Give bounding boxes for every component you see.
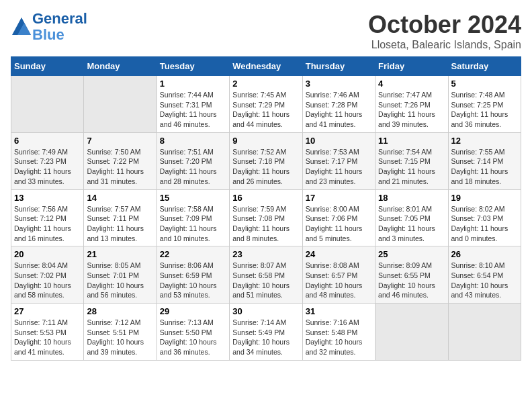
calendar-week-row: 13Sunrise: 7:56 AMSunset: 7:12 PMDayligh… bbox=[11, 189, 521, 246]
sunrise-label: Sunrise: 7:13 AM bbox=[160, 318, 214, 326]
sunrise-label: Sunrise: 7:54 AM bbox=[378, 148, 432, 156]
daylight-label: Daylight: 10 hours and 56 minutes. bbox=[87, 281, 144, 300]
day-info: Sunrise: 7:58 AMSunset: 7:09 PMDaylight:… bbox=[160, 204, 226, 244]
day-info: Sunrise: 7:12 AMSunset: 5:51 PMDaylight:… bbox=[87, 318, 153, 357]
sunrise-label: Sunrise: 7:49 AM bbox=[14, 148, 68, 156]
day-number: 18 bbox=[378, 193, 445, 203]
daylight-label: Daylight: 10 hours and 34 minutes. bbox=[232, 338, 290, 356]
sunset-label: Sunset: 7:22 PM bbox=[87, 157, 139, 165]
day-number: 5 bbox=[451, 79, 518, 89]
calendar-cell: 11Sunrise: 7:54 AMSunset: 7:15 PMDayligh… bbox=[375, 132, 448, 189]
col-saturday: Saturday bbox=[448, 57, 521, 76]
calendar-cell: 27Sunrise: 7:11 AMSunset: 5:53 PMDayligh… bbox=[11, 304, 84, 361]
calendar-cell: 5Sunrise: 7:48 AMSunset: 7:25 PMDaylight… bbox=[448, 76, 521, 133]
sunset-label: Sunset: 7:18 PM bbox=[232, 157, 285, 165]
sunset-label: Sunset: 7:11 PM bbox=[87, 214, 139, 222]
day-number: 8 bbox=[160, 136, 226, 146]
logo: GeneralBlue bbox=[11, 11, 87, 43]
daylight-label: Daylight: 10 hours and 46 minutes. bbox=[378, 281, 435, 300]
sunset-label: Sunset: 7:12 PM bbox=[14, 214, 66, 222]
sunset-label: Sunset: 5:49 PM bbox=[232, 328, 285, 336]
daylight-label: Daylight: 10 hours and 39 minutes. bbox=[87, 338, 144, 356]
day-number: 29 bbox=[160, 306, 226, 316]
calendar-cell: 9Sunrise: 7:52 AMSunset: 7:18 PMDaylight… bbox=[230, 132, 302, 189]
sunrise-label: Sunrise: 7:46 AM bbox=[306, 91, 359, 99]
daylight-label: Daylight: 11 hours and 8 minutes. bbox=[232, 224, 290, 242]
calendar-cell bbox=[448, 304, 521, 361]
sunrise-label: Sunrise: 7:11 AM bbox=[14, 318, 68, 326]
col-thursday: Thursday bbox=[302, 57, 375, 76]
day-number: 16 bbox=[232, 193, 299, 203]
calendar-cell: 17Sunrise: 8:00 AMSunset: 7:06 PMDayligh… bbox=[302, 189, 375, 246]
daylight-label: Daylight: 11 hours and 16 minutes. bbox=[14, 224, 71, 242]
day-number: 25 bbox=[378, 249, 445, 259]
day-number: 31 bbox=[306, 306, 372, 316]
day-info: Sunrise: 8:05 AMSunset: 7:01 PMDaylight:… bbox=[87, 261, 153, 300]
daylight-label: Daylight: 10 hours and 43 minutes. bbox=[451, 281, 508, 300]
day-number: 1 bbox=[160, 79, 226, 89]
day-info: Sunrise: 7:57 AMSunset: 7:11 PMDaylight:… bbox=[87, 204, 153, 244]
title-block: October 2024 Lloseta, Balearic Islands, … bbox=[368, 11, 521, 51]
day-number: 7 bbox=[87, 136, 153, 146]
col-wednesday: Wednesday bbox=[230, 57, 302, 76]
sunrise-label: Sunrise: 8:08 AM bbox=[306, 261, 359, 269]
calendar-cell: 12Sunrise: 7:55 AMSunset: 7:14 PMDayligh… bbox=[448, 132, 521, 189]
sunrise-label: Sunrise: 8:07 AM bbox=[232, 261, 286, 269]
sunset-label: Sunset: 7:29 PM bbox=[232, 101, 285, 109]
daylight-label: Daylight: 11 hours and 0 minutes. bbox=[451, 224, 508, 242]
sunrise-label: Sunrise: 7:58 AM bbox=[160, 205, 214, 213]
day-info: Sunrise: 8:01 AMSunset: 7:05 PMDaylight:… bbox=[378, 204, 445, 244]
day-info: Sunrise: 7:54 AMSunset: 7:15 PMDaylight:… bbox=[378, 147, 445, 187]
calendar-cell: 8Sunrise: 7:51 AMSunset: 7:20 PMDaylight… bbox=[157, 132, 229, 189]
sunset-label: Sunset: 7:17 PM bbox=[306, 157, 358, 165]
sunrise-label: Sunrise: 7:53 AM bbox=[306, 148, 359, 156]
calendar-cell: 1Sunrise: 7:44 AMSunset: 7:31 PMDaylight… bbox=[157, 76, 229, 133]
daylight-label: Daylight: 11 hours and 23 minutes. bbox=[306, 167, 363, 185]
sunrise-label: Sunrise: 7:55 AM bbox=[451, 148, 505, 156]
day-number: 20 bbox=[14, 249, 81, 259]
day-number: 14 bbox=[87, 193, 153, 203]
daylight-label: Daylight: 11 hours and 5 minutes. bbox=[306, 224, 363, 242]
day-info: Sunrise: 7:50 AMSunset: 7:22 PMDaylight:… bbox=[87, 147, 153, 187]
calendar-cell: 13Sunrise: 7:56 AMSunset: 7:12 PMDayligh… bbox=[11, 189, 84, 246]
calendar-cell: 10Sunrise: 7:53 AMSunset: 7:17 PMDayligh… bbox=[302, 132, 375, 189]
calendar-cell: 30Sunrise: 7:14 AMSunset: 5:49 PMDayligh… bbox=[230, 304, 302, 361]
day-info: Sunrise: 7:56 AMSunset: 7:12 PMDaylight:… bbox=[14, 204, 81, 244]
daylight-label: Daylight: 10 hours and 41 minutes. bbox=[14, 338, 71, 356]
daylight-label: Daylight: 10 hours and 48 minutes. bbox=[306, 281, 363, 300]
sunset-label: Sunset: 7:26 PM bbox=[378, 101, 431, 109]
daylight-label: Daylight: 10 hours and 58 minutes. bbox=[14, 281, 71, 300]
calendar-table: Sunday Monday Tuesday Wednesday Thursday… bbox=[11, 56, 521, 361]
day-info: Sunrise: 8:06 AMSunset: 6:59 PMDaylight:… bbox=[160, 261, 226, 300]
day-number: 23 bbox=[232, 249, 299, 259]
location-title: Lloseta, Balearic Islands, Spain bbox=[368, 39, 521, 51]
daylight-label: Daylight: 11 hours and 46 minutes. bbox=[160, 110, 217, 128]
day-info: Sunrise: 7:49 AMSunset: 7:23 PMDaylight:… bbox=[14, 147, 81, 187]
col-sunday: Sunday bbox=[11, 57, 84, 76]
daylight-label: Daylight: 11 hours and 18 minutes. bbox=[451, 167, 508, 185]
sunrise-label: Sunrise: 8:04 AM bbox=[14, 261, 68, 269]
sunset-label: Sunset: 7:31 PM bbox=[160, 101, 212, 109]
calendar-cell: 31Sunrise: 7:16 AMSunset: 5:48 PMDayligh… bbox=[302, 304, 375, 361]
days-of-week-row: Sunday Monday Tuesday Wednesday Thursday… bbox=[11, 57, 521, 76]
day-info: Sunrise: 8:08 AMSunset: 6:57 PMDaylight:… bbox=[306, 261, 372, 300]
sunset-label: Sunset: 7:25 PM bbox=[451, 101, 504, 109]
sunrise-label: Sunrise: 7:45 AM bbox=[232, 91, 286, 99]
sunset-label: Sunset: 7:14 PM bbox=[451, 157, 504, 165]
day-info: Sunrise: 8:07 AMSunset: 6:58 PMDaylight:… bbox=[232, 261, 299, 300]
col-monday: Monday bbox=[84, 57, 157, 76]
calendar-cell: 25Sunrise: 8:09 AMSunset: 6:55 PMDayligh… bbox=[375, 246, 448, 304]
day-number: 30 bbox=[232, 306, 299, 316]
sunset-label: Sunset: 7:20 PM bbox=[160, 157, 212, 165]
sunrise-label: Sunrise: 8:05 AM bbox=[87, 261, 140, 269]
sunset-label: Sunset: 7:28 PM bbox=[306, 101, 358, 109]
daylight-label: Daylight: 11 hours and 33 minutes. bbox=[14, 167, 71, 185]
sunrise-label: Sunrise: 8:02 AM bbox=[451, 205, 505, 213]
day-info: Sunrise: 7:45 AMSunset: 7:29 PMDaylight:… bbox=[232, 90, 299, 130]
logo-icon bbox=[11, 16, 32, 38]
daylight-label: Daylight: 11 hours and 36 minutes. bbox=[451, 110, 508, 128]
day-number: 28 bbox=[87, 306, 153, 316]
day-number: 27 bbox=[14, 306, 81, 316]
day-number: 22 bbox=[160, 249, 226, 259]
day-info: Sunrise: 8:04 AMSunset: 7:02 PMDaylight:… bbox=[14, 261, 81, 300]
